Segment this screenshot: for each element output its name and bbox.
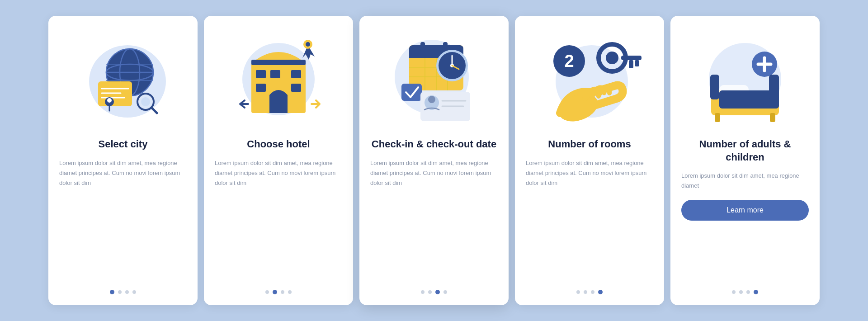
svg-rect-19 bbox=[251, 60, 306, 65]
dot-4 bbox=[598, 290, 603, 294]
dot-1 bbox=[110, 290, 114, 294]
dot-1 bbox=[576, 290, 580, 294]
illustration-bed bbox=[695, 29, 795, 129]
card-title-adults: Number of adults & children bbox=[681, 138, 809, 164]
svg-rect-32 bbox=[420, 42, 425, 51]
card-adults: Number of adults & children Lorem ipsum … bbox=[670, 16, 820, 305]
learn-more-button[interactable]: Learn more bbox=[681, 200, 809, 221]
card-text-rooms: Lorem ipsum dolor sit dim amet, mea regi… bbox=[526, 158, 653, 188]
card-title-rooms: Number of rooms bbox=[548, 138, 631, 151]
dot-3 bbox=[746, 290, 750, 294]
card-title-select-city: Select city bbox=[99, 138, 148, 151]
svg-rect-21 bbox=[270, 70, 280, 78]
svg-rect-54 bbox=[621, 56, 642, 60]
dot-1 bbox=[265, 290, 269, 294]
dots-select-city bbox=[110, 277, 136, 294]
dot-1 bbox=[732, 290, 736, 294]
card-text-select-city: Lorem ipsum dolor sit dim amet, mea regi… bbox=[59, 158, 187, 188]
card-choose-hotel: Choose hotel Lorem ipsum dolor sit dim a… bbox=[204, 16, 353, 305]
card-select-city: Select city Lorem ipsum dolor sit dim am… bbox=[48, 16, 198, 305]
dot-2 bbox=[118, 290, 122, 294]
svg-rect-24 bbox=[291, 84, 301, 92]
dot-4 bbox=[754, 290, 758, 294]
card-rooms: 2 Number of rooms Lorem ipsum dolor sit … bbox=[515, 16, 664, 305]
svg-point-53 bbox=[606, 52, 618, 64]
svg-point-16 bbox=[141, 97, 150, 106]
svg-rect-63 bbox=[710, 75, 719, 99]
svg-rect-69 bbox=[769, 75, 779, 99]
svg-rect-61 bbox=[715, 113, 720, 122]
dot-1 bbox=[421, 290, 425, 294]
card-text-choose-hotel: Lorem ipsum dolor sit dim amet, mea regi… bbox=[215, 158, 342, 188]
dot-4 bbox=[443, 290, 447, 294]
dots-adults bbox=[732, 277, 758, 294]
dot-2 bbox=[273, 290, 277, 294]
dot-2 bbox=[584, 290, 587, 294]
svg-rect-56 bbox=[629, 60, 633, 68]
cards-container: Select city Lorem ipsum dolor sit dim am… bbox=[30, 2, 838, 319]
svg-line-15 bbox=[151, 108, 157, 113]
dot-3 bbox=[591, 290, 594, 294]
dot-4 bbox=[288, 290, 292, 294]
dots-checkin bbox=[421, 277, 447, 294]
illustration-calendar bbox=[384, 29, 484, 129]
dots-choose-hotel bbox=[265, 277, 292, 294]
svg-rect-62 bbox=[770, 113, 775, 122]
svg-rect-55 bbox=[635, 60, 639, 66]
svg-point-27 bbox=[306, 42, 310, 47]
dots-rooms bbox=[576, 277, 603, 294]
svg-point-13 bbox=[107, 98, 112, 103]
card-text-checkin: Lorem ipsum dolor sit dim amet, mea regi… bbox=[370, 158, 498, 188]
svg-rect-22 bbox=[291, 70, 301, 78]
illustration-globe bbox=[73, 29, 173, 129]
svg-rect-20 bbox=[256, 70, 266, 78]
svg-rect-23 bbox=[256, 84, 266, 92]
svg-rect-44 bbox=[401, 84, 422, 101]
card-text-adults: Lorem ipsum dolor sit dim amet, mea regi… bbox=[681, 171, 809, 191]
dot-3 bbox=[281, 290, 284, 294]
svg-rect-33 bbox=[443, 42, 448, 51]
dot-2 bbox=[428, 290, 432, 294]
card-checkin: Check-in & check-out date Lorem ipsum do… bbox=[359, 16, 509, 305]
dot-3 bbox=[125, 290, 129, 294]
svg-text:2: 2 bbox=[564, 52, 574, 71]
card-title-choose-hotel: Choose hotel bbox=[247, 138, 310, 151]
card-title-checkin: Check-in & check-out date bbox=[372, 138, 496, 151]
illustration-hotel bbox=[229, 29, 328, 129]
dot-2 bbox=[739, 290, 743, 294]
dot-3 bbox=[435, 290, 440, 294]
svg-point-47 bbox=[428, 96, 435, 103]
dot-4 bbox=[132, 290, 136, 294]
illustration-key: 2 bbox=[540, 29, 639, 129]
